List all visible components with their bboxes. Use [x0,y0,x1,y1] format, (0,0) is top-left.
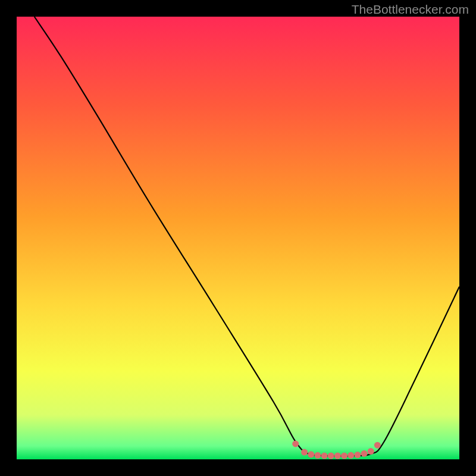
marker-dot [321,453,328,459]
marker-dot [368,448,374,455]
marker-dot [334,453,341,459]
gradient-background [17,17,459,459]
chart-container [17,17,459,459]
marker-dot [292,440,299,447]
watermark-text: TheBottlenecker.com [352,2,469,17]
marker-dot [361,450,368,457]
marker-dot [347,452,354,459]
marker-dot [301,449,308,456]
marker-dot [328,453,334,459]
marker-dot [308,451,314,458]
marker-dot [341,453,347,459]
marker-dot [354,452,361,458]
marker-dot [314,452,321,459]
marker-dot [374,442,381,449]
chart-svg [17,17,459,459]
